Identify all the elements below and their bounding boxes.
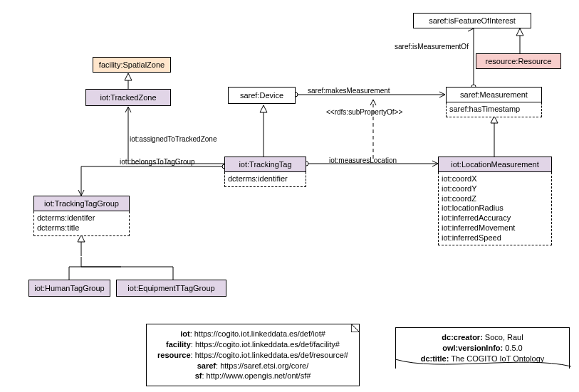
attr: iot:inferredSpeed (442, 233, 548, 243)
meta-key: dc:creator: (442, 333, 482, 341)
attr: iot:coordX (442, 174, 548, 184)
attr: dcterms:identifier (228, 174, 288, 183)
ns-val: https://cogito.iot.linkeddata.es/def/fac… (195, 340, 340, 349)
edge-label-ismeasurementof: saref:isMeasurementOf (395, 43, 469, 51)
class-humantaggroup: iot:HumanTagGroup (28, 280, 110, 297)
class-device: saref:Device (228, 87, 296, 104)
ns-key: sf (195, 371, 202, 380)
meta-val: 0.5.0 (505, 344, 522, 352)
attrs-locationmeasurement: iot:coordX iot:coordY iot:coordZ iot:loc… (438, 172, 552, 245)
label: iot:EquipmentTTagGroup (127, 284, 214, 292)
ns-val: https://cogito.iot.linkeddata.es/def/iot… (194, 329, 325, 338)
class-isfeatureofinterest: saref:isFeatureOfInterest (413, 13, 531, 28)
class-trackingtag: iot:TrackingTag (224, 157, 306, 172)
attr: saref:hasTimestamp (449, 105, 520, 113)
class-equiptaggroup: iot:EquipmentTTagGroup (116, 280, 226, 297)
ns-key: facility (166, 340, 191, 349)
attrs-measurement: saref:hasTimestamp (446, 102, 542, 117)
ns-val: https://saref.etsi.org/core/ (220, 361, 308, 370)
attrs-trackingtag: dcterms:identifier (224, 172, 306, 187)
edge-label-belongs: iot::belongsToTagGroup (120, 158, 195, 166)
label: resource:Resource (486, 57, 552, 65)
label: iot:HumanTagGroup (34, 284, 104, 292)
note-namespaces: iot: https://cogito.iot.linkeddata.es/de… (146, 324, 360, 386)
class-spatialzone: facility:SpatialZone (93, 57, 171, 73)
attr: iot:locationRadius (442, 203, 548, 213)
class-trackingtaggroup: iot:TrackingTagGroup (33, 196, 130, 211)
label: facility:SpatialZone (99, 60, 165, 69)
label: saref:isFeatureOfInterest (429, 16, 516, 25)
ns-key: resource (157, 351, 190, 359)
ns-key: saref (197, 361, 216, 370)
label: iot:TrackingTag (239, 160, 291, 169)
edge-label-subpropof: <<rdfs:subPropertyOf>> (326, 108, 402, 116)
ns-val: https://cogito.iot.linkeddata.es/def/res… (195, 351, 348, 359)
ns-val: http://www.opengis.net/ont/sf# (207, 371, 311, 380)
ns-key: iot (180, 329, 189, 338)
note-metadata: dc:creator: Soco, Raul owl:versionInfo: … (395, 327, 570, 369)
attr: dcterms:identifer (37, 213, 126, 223)
label: saref:Device (240, 91, 283, 100)
label: saref:Measurement (460, 90, 528, 99)
class-resource: resource:Resource (476, 53, 561, 69)
label: iot:LocationMeasurement (451, 160, 539, 169)
class-measurement: saref:Measurement (446, 87, 542, 102)
attrs-trackingtaggroup: dcterms:identifer dcterms:title (33, 211, 130, 236)
label: iot:TrackedZone (100, 93, 156, 102)
attr: iot:coordY (442, 184, 548, 194)
attr: iot:inferredAccuracy (442, 213, 548, 223)
meta-val: Soco, Raul (485, 333, 523, 341)
edge-label-assigned: iot:assignedToTrackedZone (130, 135, 217, 143)
meta-key: owl:versionInfo: (442, 344, 503, 352)
class-trackedzone: iot:TrackedZone (85, 89, 171, 106)
attr: dcterms:title (37, 223, 126, 233)
attr: iot:inferredMovement (442, 223, 548, 233)
attr: iot:coordZ (442, 194, 548, 204)
edge-label-measureslocation: iot:measuresLocation (329, 157, 397, 164)
class-locationmeasurement: iot:LocationMeasurement (438, 157, 552, 172)
label: iot:TrackingTagGroup (44, 199, 119, 208)
edge-label-makesmeasurement: saref:makesMeasurement (308, 87, 390, 95)
